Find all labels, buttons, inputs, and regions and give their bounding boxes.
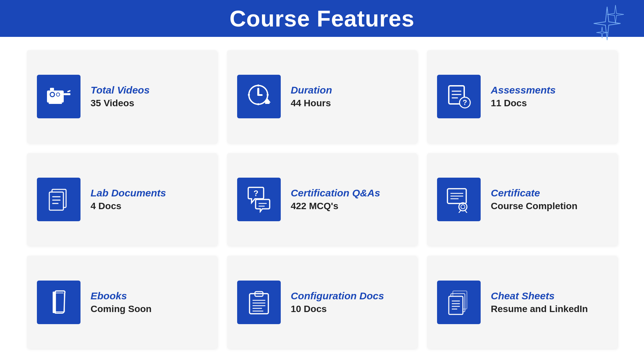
svg-point-14	[257, 84, 259, 86]
assessment-icon-box: ?	[437, 75, 481, 118]
ebooks-title: Ebooks	[91, 290, 152, 302]
video-icon-box	[37, 75, 80, 118]
config-icon	[246, 289, 272, 316]
certificate-icon	[445, 186, 472, 213]
documents-icon-box	[37, 178, 80, 221]
card-total-videos-text: Total Videos 35 Videos	[91, 84, 150, 109]
card-certification-qas: ? Certification Q&As 422 MCQ's	[227, 153, 417, 246]
svg-point-2	[51, 93, 54, 96]
svg-rect-10	[257, 88, 259, 95]
svg-marker-12	[264, 98, 271, 103]
certificate-title: Certificate	[491, 187, 577, 199]
certification-qas-subtitle: 422 MCQ's	[291, 201, 380, 212]
card-ebooks-text: Ebooks Coming Soon	[91, 290, 152, 314]
lab-documents-title: Lab Documents	[91, 187, 166, 199]
assessment-icon: ?	[445, 83, 472, 110]
svg-rect-6	[67, 90, 71, 93]
card-duration-text: Duration 44 Hours	[291, 84, 332, 109]
video-icon	[45, 83, 72, 110]
star-decoration	[577, 3, 624, 47]
svg-point-15	[257, 103, 259, 105]
svg-point-37	[461, 205, 465, 209]
svg-rect-11	[257, 94, 263, 96]
ebooks-subtitle: Coming Soon	[91, 304, 152, 314]
page-header: Course Features	[0, 0, 644, 37]
duration-title: Duration	[291, 84, 332, 96]
svg-rect-13	[265, 103, 270, 104]
card-certificate: Certificate Course Completion	[427, 153, 617, 246]
svg-rect-0	[47, 90, 64, 103]
card-lab-documents: Lab Documents 4 Docs	[27, 153, 217, 246]
svg-rect-7	[50, 88, 54, 90]
card-assessments-text: Assessments 11 Docs	[491, 84, 555, 109]
total-videos-title: Total Videos	[91, 84, 150, 96]
features-grid: Total Videos 35 Videos Duration 44 Hour	[0, 37, 644, 362]
total-videos-subtitle: 35 Videos	[91, 98, 150, 109]
svg-rect-5	[64, 93, 70, 95]
certificate-icon-box	[437, 178, 481, 221]
svg-line-39	[465, 210, 467, 213]
lab-documents-subtitle: 4 Docs	[91, 201, 166, 212]
card-assessments: ? Assessments 11 Docs	[427, 50, 617, 143]
clock-icon-box	[237, 75, 281, 118]
configuration-docs-subtitle: 10 Docs	[291, 304, 384, 314]
documents-icon	[45, 186, 72, 213]
book-icon-box	[37, 281, 80, 324]
svg-point-16	[248, 94, 250, 96]
svg-point-4	[57, 93, 59, 96]
card-cheat-sheets-text: Cheat Sheets Resume and LinkedIn	[491, 290, 588, 314]
card-cheat-sheets: Cheat Sheets Resume and LinkedIn	[427, 256, 617, 349]
svg-rect-8	[49, 103, 62, 104]
card-configuration-docs-text: Configuration Docs 10 Docs	[291, 290, 384, 314]
qa-icon-box: ?	[237, 178, 281, 221]
svg-rect-53	[449, 296, 463, 314]
book-icon	[45, 289, 72, 316]
svg-rect-25	[49, 192, 63, 210]
svg-text:?: ?	[463, 98, 467, 107]
svg-point-17	[267, 94, 269, 96]
cheat-sheets-subtitle: Resume and LinkedIn	[491, 304, 588, 314]
card-ebooks: Ebooks Coming Soon	[27, 256, 217, 349]
clock-icon	[246, 83, 272, 110]
sheets-icon	[445, 289, 472, 316]
card-lab-documents-text: Lab Documents 4 Docs	[91, 187, 166, 212]
card-certification-qas-text: Certification Q&As 422 MCQ's	[291, 187, 380, 212]
card-configuration-docs: Configuration Docs 10 Docs	[227, 256, 417, 349]
config-icon-box	[237, 281, 281, 324]
certification-qas-title: Certification Q&As	[291, 187, 380, 199]
card-certificate-text: Certificate Course Completion	[491, 187, 577, 212]
assessments-title: Assessments	[491, 84, 555, 96]
svg-text:?: ?	[253, 189, 258, 198]
duration-subtitle: 44 Hours	[291, 98, 332, 109]
assessments-subtitle: 11 Docs	[491, 98, 555, 109]
sheets-icon-box	[437, 281, 481, 324]
cheat-sheets-title: Cheat Sheets	[491, 290, 588, 302]
svg-line-38	[459, 210, 461, 213]
qa-icon: ?	[246, 186, 272, 213]
certificate-subtitle: Course Completion	[491, 201, 577, 212]
configuration-docs-title: Configuration Docs	[291, 290, 384, 302]
card-total-videos: Total Videos 35 Videos	[27, 50, 217, 143]
card-duration: Duration 44 Hours	[227, 50, 417, 143]
page-title: Course Features	[229, 5, 415, 32]
